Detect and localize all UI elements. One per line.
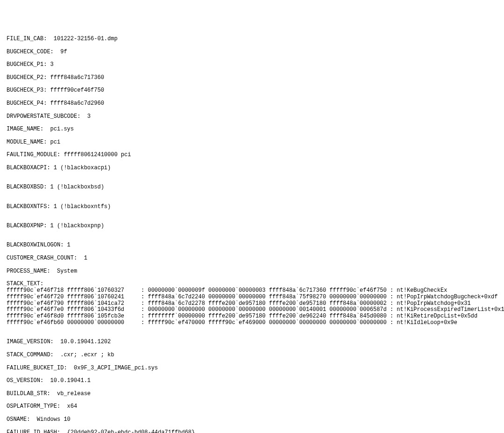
dump-line: BUGCHECK_P4: ffff848a6c7d2960: [7, 101, 497, 107]
dump-line: FAULTING_MODULE: fffff80612410000 pci: [7, 152, 497, 159]
dump-line: fffff90c`ef46fb60 00000000`00000000 : ff…: [7, 320, 497, 326]
dump-line: [7, 371, 497, 378]
dump-line: [7, 333, 497, 339]
crash-dump-output: FILE_IN_CAB: 101222-32156-01.dmp BUGCHEC…: [0, 32, 504, 433]
dump-line: [7, 216, 497, 223]
dump-line: BLACKBOXBSD: 1 (!blackboxbsd): [7, 184, 497, 191]
dump-line: FAILURE_BUCKET_ID: 0x9F_3_ACPI_IMAGE_pci…: [7, 365, 497, 372]
dump-line: BLACKBOXWINLOGON: 1: [7, 242, 497, 249]
dump-line: MODULE_NAME: pci: [7, 139, 497, 146]
dump-line: [7, 236, 497, 243]
dump-line: CUSTOMER_CRASH_COUNT: 1: [7, 255, 497, 262]
dump-line: STACK_TEXT:: [7, 281, 497, 288]
dump-line: BUGCHECK_CODE: 9f: [7, 49, 497, 56]
dump-line: [7, 68, 497, 75]
dump-line: [7, 133, 497, 139]
dump-line: FILE_IN_CAB: 101222-32156-01.dmp: [7, 36, 497, 43]
dump-line: [7, 384, 497, 391]
dump-line: [7, 191, 497, 197]
dump-line: IMAGE_VERSION: 10.0.19041.1202: [7, 339, 497, 346]
dump-line: BLACKBOXPNP: 1 (!blackboxpnp): [7, 223, 497, 230]
dump-line: [7, 326, 497, 333]
dump-line: [7, 197, 497, 204]
dump-line: OSPLATFORM_TYPE: x64: [7, 404, 497, 410]
dump-line: IMAGE_NAME: pci.sys: [7, 126, 497, 133]
dump-line: fffff90c`ef46f8d0 fffff806`105fcb3e : ff…: [7, 313, 497, 320]
dump-line: [7, 346, 497, 352]
dump-line: [7, 55, 497, 62]
dump-line: [7, 397, 497, 404]
dump-line: BLACKBOXNTFS: 1 (!blackboxntfs): [7, 204, 497, 210]
dump-line: [7, 410, 497, 417]
dump-line: OSNAME: Windows 10: [7, 417, 497, 423]
dump-line: BUILDLAB_STR: vb_release: [7, 391, 497, 397]
dump-line: [7, 120, 497, 126]
dump-line: [7, 262, 497, 268]
dump-line: fffff90c`ef46f718 fffff806`10760327 : 00…: [7, 288, 497, 294]
dump-line: BUGCHECK_P3: fffff90cef46f750: [7, 87, 497, 94]
dump-line: [7, 43, 497, 49]
dump-line: DRVPOWERSTATE_SUBCODE: 3: [7, 114, 497, 120]
dump-line: BUGCHECK_P2: ffff848a6c717360: [7, 75, 497, 81]
dump-line: [7, 107, 497, 114]
dump-line: [7, 172, 497, 178]
dump-line: [7, 81, 497, 88]
dump-line: [7, 178, 497, 185]
dump-line: BLACKBOXACPI: 1 (!blackboxacpi): [7, 165, 497, 172]
dump-line: fffff90c`ef46f7e0 fffff806`10433f6d : 00…: [7, 307, 497, 313]
dump-line: [7, 423, 497, 430]
dump-line: fffff90c`ef46f790 fffff806`1041ca72 : ff…: [7, 301, 497, 307]
dump-line: fffff90c`ef46f720 fffff806`10760241 : ff…: [7, 294, 497, 301]
dump-line: [7, 274, 497, 281]
dump-line: BUGCHECK_P1: 3: [7, 62, 497, 68]
dump-line: [7, 146, 497, 152]
dump-line: [7, 230, 497, 236]
dump-line: [7, 94, 497, 101]
dump-line: PROCESS_NAME: System: [7, 268, 497, 275]
dump-line: FAILURE_ID_HASH: {20ddeb92-07eb-ebdc-bd0…: [7, 430, 497, 433]
dump-line: [7, 159, 497, 165]
dump-line: [7, 359, 497, 365]
dump-line: [7, 249, 497, 255]
dump-line: [7, 210, 497, 217]
dump-line: OS_VERSION: 10.0.19041.1: [7, 378, 497, 384]
dump-line: STACK_COMMAND: .cxr; .ecxr ; kb: [7, 352, 497, 359]
